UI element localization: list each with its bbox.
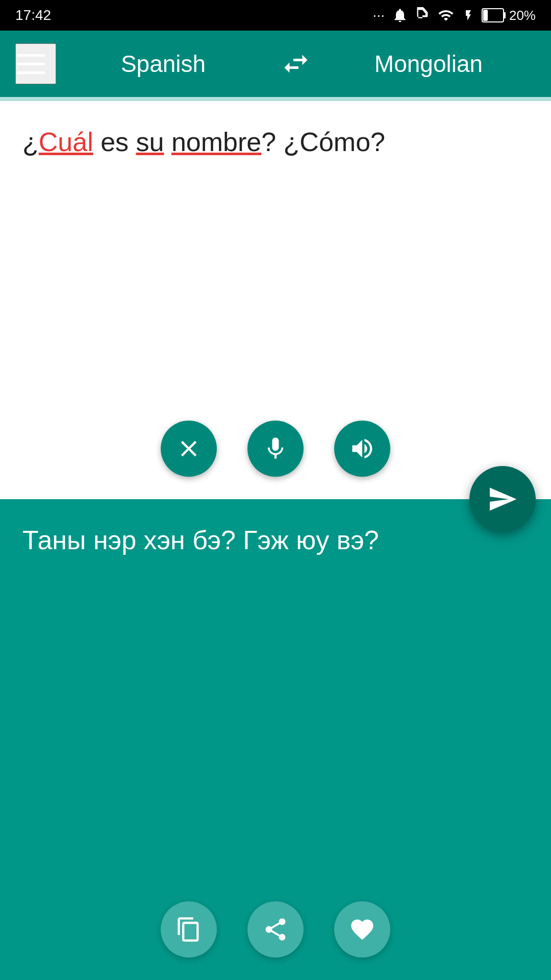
send-translate-button[interactable] [469,466,536,532]
alarm-icon [392,7,408,23]
share-button[interactable] [247,901,304,958]
signal-icon [437,7,455,23]
favorite-button[interactable] [334,901,390,958]
copy-icon [176,916,202,943]
copy-button[interactable] [161,901,217,958]
target-panel: Таны нэр хэн бэ? Гэж юу вэ? [0,499,551,980]
sim-icon [415,7,430,23]
heart-icon [349,916,375,943]
word-su: su [136,127,164,157]
target-language-button[interactable]: Mongolian [321,50,536,78]
charge-icon [462,7,474,23]
microphone-icon [262,435,289,462]
toolbar-divider [0,97,551,101]
status-bar: 17:42 ··· 20% [0,0,551,31]
menu-button[interactable] [15,43,56,84]
source-actions [0,421,551,477]
source-panel: ¿Cuál es su nombre? ¿Cómo? [0,101,551,499]
word-nombre: nombre [171,127,261,157]
speaker-button[interactable] [334,421,390,477]
battery-percent: 20% [509,8,536,23]
battery-icon: 20% [482,8,536,23]
source-language-button[interactable]: Spanish [56,50,270,78]
volume-icon [349,435,375,462]
swap-languages-button[interactable] [270,48,321,79]
toolbar: Spanish Mongolian [0,31,551,97]
status-icons: ··· 20% [373,7,536,23]
share-icon [262,916,289,943]
close-icon [176,435,202,462]
source-text: ¿Cuál es su nombre? ¿Cómo? [22,124,529,161]
target-actions [0,901,551,958]
svg-rect-2 [483,10,488,21]
svg-rect-1 [504,12,506,18]
swap-icon [281,48,311,79]
word-cual: Cuál [39,127,93,157]
target-text: Таны нэр хэн бэ? Гэж юу вэ? [22,522,529,559]
status-time: 17:42 [15,7,51,23]
send-icon [487,484,518,514]
clear-button[interactable] [161,421,217,477]
microphone-button[interactable] [247,421,304,477]
panels-wrapper: ¿Cuál es su nombre? ¿Cómo? [0,101,551,980]
dots-icon: ··· [373,7,385,23]
